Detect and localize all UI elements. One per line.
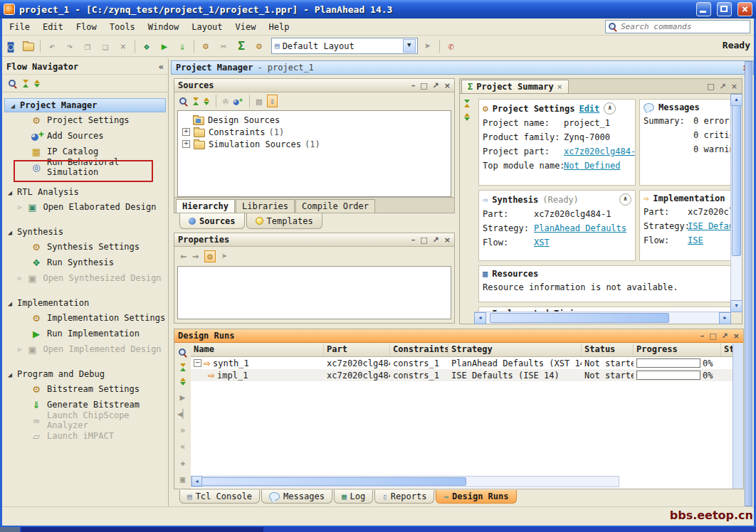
sidebar-item-run-implementation[interactable]: ▶ Run Implementation (2, 326, 168, 341)
tab-hierarchy[interactable]: Hierarchy (176, 199, 235, 213)
top-module-link[interactable]: Not Defined (564, 161, 620, 171)
step-back-icon[interactable]: « (180, 442, 185, 452)
generate-bitstream-icon[interactable]: ⇓ (174, 38, 190, 54)
maximize-icon[interactable]: □ (420, 235, 427, 245)
minimize-button[interactable] (696, 2, 711, 16)
maximize-icon[interactable]: □ (420, 81, 427, 90)
table-row-impl-1[interactable]: ⇨ impl_1 xc7z020clg484-1 constrs_1 ISE D… (191, 369, 733, 381)
tab-log[interactable]: ▦ Log (334, 490, 373, 504)
close-icon[interactable]: × (444, 81, 451, 90)
summary-vertical-scrollbar[interactable]: ▴ ▾ (730, 94, 742, 312)
collapse-minus-icon[interactable]: − (194, 359, 201, 367)
sidebar-item-add-sources[interactable]: ◕✚ Add Sources (2, 128, 168, 144)
collapse-all-icon[interactable] (180, 378, 186, 385)
scroll-down-icon[interactable]: ▾ (730, 300, 742, 312)
close-icon[interactable]: × (557, 82, 562, 92)
run-settings-icon[interactable]: ▣ (180, 474, 185, 484)
float-icon[interactable]: ↗ (433, 235, 439, 245)
menu-window[interactable]: Window (142, 21, 185, 33)
scroll-left-icon[interactable]: ◂ (474, 312, 486, 324)
close-button[interactable] (737, 2, 752, 16)
tab-project-summary[interactable]: Σ Project Summary × (461, 80, 569, 93)
tab-reports[interactable]: ▯ Reports (374, 490, 434, 504)
open-project-icon[interactable] (21, 38, 36, 54)
sidebar-item-run-synthesis[interactable]: ❖ Run Synthesis (2, 255, 168, 270)
search-icon[interactable] (179, 97, 188, 106)
sidebar-item-bitstream-settings[interactable]: ⚙ Bitstream Settings (2, 381, 168, 397)
layout-selector[interactable]: ▤ Default Layout ▼ (271, 38, 418, 54)
about-icon[interactable]: ✆ (443, 38, 459, 54)
sidebar-section-synthesis[interactable]: ◢ Synthesis (2, 225, 168, 239)
tab-design-runs[interactable]: ⇨ Design Runs (436, 490, 516, 504)
collapse-all-icon[interactable] (204, 97, 209, 105)
sidebar-item-project-settings[interactable]: ⚙ Project Settings (2, 112, 168, 128)
synthesis-flow-link[interactable]: XST (534, 238, 550, 248)
col-strategy[interactable]: Strategy (448, 344, 582, 356)
collapse-all-icon[interactable] (464, 113, 470, 121)
add-sources-icon[interactable]: ◕✚ (233, 96, 243, 107)
col-start[interactable]: Star (721, 344, 733, 356)
select-cursor-icon[interactable]: ➤ (420, 38, 436, 54)
impl-strategy-link[interactable]: ISE Defaults (688, 221, 731, 231)
summary-horizontal-scrollbar[interactable]: ◂ ▸ (474, 312, 731, 324)
impl-flow-link[interactable]: ISE (688, 235, 703, 245)
float-icon[interactable]: ↗ (720, 82, 726, 91)
launch-runs-icon[interactable]: ▶ (180, 392, 186, 403)
tab-messages[interactable]: Messages (261, 490, 332, 504)
undo-icon[interactable]: ↶ (44, 38, 60, 54)
sidebar-section-program-and-debug[interactable]: ◢ Program and Debug (2, 367, 168, 381)
menu-flow[interactable]: Flow (70, 21, 103, 33)
tools-icon[interactable]: ✂ (216, 38, 231, 54)
sidebar-item-synthesis-settings[interactable]: ⚙ Synthesis Settings (2, 239, 168, 255)
tree-item-constraints[interactable]: + Constraints (1) (179, 126, 449, 138)
run-synthesis-icon[interactable]: ❖ (139, 38, 154, 54)
col-part[interactable]: Part (324, 344, 390, 356)
tab-libraries[interactable]: Libraries (236, 199, 295, 213)
chevron-right-icon[interactable]: ▷ (18, 203, 21, 211)
delete-icon[interactable]: × (115, 38, 131, 54)
help-source-icon[interactable]: ▤ (256, 96, 262, 107)
table-row-synth-1[interactable]: − ⇨ synth_1 xc7z020clg484-1 constrs_1 Pl… (191, 357, 733, 369)
menu-file[interactable]: File (3, 21, 36, 33)
sigma-icon[interactable]: Σ (233, 38, 249, 54)
tab-compile-order[interactable]: Compile Order (295, 199, 375, 213)
scroll-left-icon[interactable]: ◂ (191, 476, 202, 486)
edit-source-icon[interactable]: ✇ (223, 96, 229, 107)
project-part-link[interactable]: xc7z020clg484-1 (564, 147, 636, 156)
collapse-all-icon[interactable] (34, 80, 40, 87)
settings-gear-icon[interactable]: ⚙ (198, 38, 214, 54)
maximize-button[interactable] (717, 2, 732, 16)
scroll-to-selected-icon[interactable]: ⇳ (267, 95, 278, 107)
menu-help[interactable]: Help (262, 21, 295, 33)
run-icon[interactable]: ▶ (157, 38, 172, 54)
close-icon[interactable]: × (731, 82, 737, 91)
options-gear-icon[interactable]: ⚙ (251, 38, 267, 54)
menu-layout[interactable]: Layout (185, 21, 229, 33)
sidebar-section-project-manager[interactable]: ◢ Project Manager (4, 98, 166, 112)
reset-runs-icon[interactable]: ◀▏ (177, 409, 187, 419)
sidebar-section-implementation[interactable]: ◢ Implementation (2, 296, 168, 310)
create-run-icon[interactable]: ✚ (180, 458, 185, 468)
maximize-icon[interactable]: □ (709, 331, 716, 341)
minimize-icon[interactable]: – (411, 81, 416, 90)
scroll-right-icon[interactable]: ▸ (719, 312, 731, 324)
back-arrow-icon[interactable]: ← (180, 250, 187, 262)
search-commands-box[interactable] (605, 20, 750, 33)
maximize-icon[interactable]: □ (707, 82, 714, 91)
tab-templates[interactable]: Templates (246, 213, 322, 229)
sidebar-item-open-elaborated-design[interactable]: ▷ ▣ Open Elaborated Design (2, 199, 168, 215)
collapse-section-icon[interactable]: ∧ (619, 193, 631, 206)
expand-all-icon[interactable] (464, 100, 470, 107)
close-icon[interactable]: × (733, 331, 740, 341)
forward-arrow-icon[interactable]: → (192, 250, 199, 262)
search-icon[interactable] (8, 79, 17, 88)
menu-tools[interactable]: Tools (103, 21, 142, 33)
sidebar-section-rtl-analysis[interactable]: ◢ RTL Analysis (2, 185, 168, 199)
tab-sources[interactable]: Sources (179, 213, 245, 229)
right-splitter[interactable] (745, 61, 752, 506)
menu-view[interactable]: View (229, 21, 263, 33)
close-icon[interactable]: × (444, 235, 451, 245)
search-input[interactable] (619, 21, 747, 32)
select-cursor-icon[interactable]: ➤ (221, 250, 227, 262)
collapse-panel-icon[interactable]: « (159, 62, 164, 72)
